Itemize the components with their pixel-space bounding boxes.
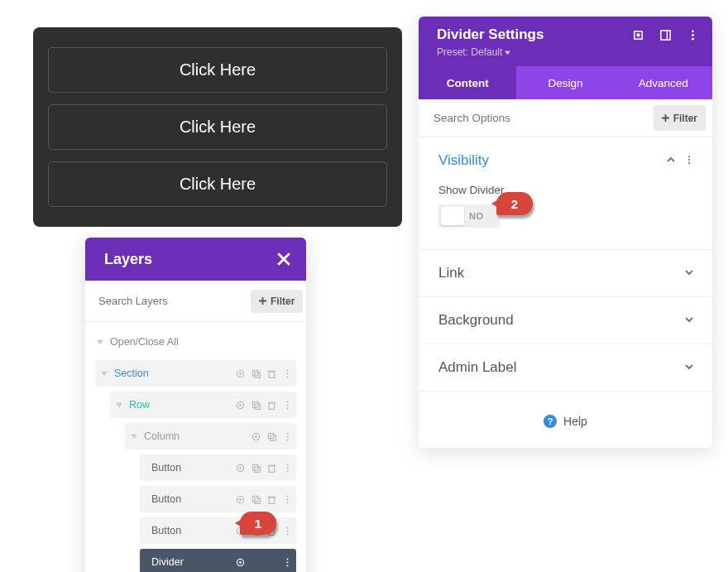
open-close-label: Open/Close All xyxy=(108,336,296,348)
more-icon[interactable] xyxy=(282,431,293,442)
filter-label: Filter xyxy=(271,296,295,307)
svg-rect-28 xyxy=(268,433,274,439)
filter-options-button[interactable]: Filter xyxy=(654,105,706,131)
svg-rect-53 xyxy=(252,527,258,533)
more-icon[interactable] xyxy=(282,494,293,505)
tab-content[interactable]: Content xyxy=(419,66,516,99)
show-divider-label: Show Divider xyxy=(438,184,692,196)
gear-icon[interactable] xyxy=(235,400,246,411)
svg-point-43 xyxy=(239,498,242,501)
search-options-input[interactable] xyxy=(419,105,654,131)
more-icon[interactable] xyxy=(282,526,293,536)
caret-down-icon xyxy=(99,368,109,378)
trash-icon[interactable] xyxy=(266,463,277,473)
layers-topbar: Filter xyxy=(85,281,306,322)
layer-module-button-1[interactable]: Button xyxy=(140,454,296,481)
open-close-all[interactable]: Open/Close All xyxy=(95,329,296,355)
more-icon[interactable] xyxy=(282,368,293,379)
duplicate-icon[interactable] xyxy=(251,400,261,411)
gear-icon[interactable] xyxy=(235,557,246,568)
trash-icon[interactable] xyxy=(266,494,277,505)
duplicate-icon[interactable] xyxy=(251,526,261,536)
preview-area: Click Here Click Here Click Here xyxy=(33,27,402,227)
gear-icon[interactable] xyxy=(235,494,246,505)
settings-title: Divider Settings xyxy=(437,26,544,43)
svg-point-71 xyxy=(692,37,694,40)
show-divider-toggle[interactable]: NO xyxy=(438,204,500,228)
help-row[interactable]: ? Help xyxy=(419,392,712,448)
layer-module-divider[interactable]: Divider xyxy=(140,549,296,572)
visibility-label: Visibility xyxy=(438,152,489,169)
plus-icon xyxy=(259,296,266,307)
svg-point-76 xyxy=(688,159,690,161)
section-admin-label[interactable]: Admin Label xyxy=(419,344,712,392)
svg-point-64 xyxy=(286,565,288,566)
more-icon[interactable] xyxy=(684,153,694,168)
settings-header: Divider Settings Preset: Default xyxy=(419,17,712,66)
svg-point-30 xyxy=(286,432,288,434)
svg-point-49 xyxy=(286,498,288,500)
layer-row[interactable]: Row xyxy=(110,392,296,418)
settings-body: Visibility Show Divider NO Link Backgrou… xyxy=(419,137,712,448)
search-layers-input[interactable] xyxy=(85,288,251,314)
svg-point-70 xyxy=(692,34,694,36)
duplicate-icon[interactable] xyxy=(251,463,261,473)
svg-point-32 xyxy=(286,439,288,440)
trash-icon[interactable] xyxy=(266,368,277,379)
caret-down-icon xyxy=(129,431,139,441)
more-icon[interactable] xyxy=(282,400,293,411)
layers-title: Layers xyxy=(104,251,152,268)
tab-design[interactable]: Design xyxy=(516,66,614,99)
svg-point-22 xyxy=(286,401,288,402)
svg-marker-4 xyxy=(97,340,103,345)
layers-header: Layers xyxy=(85,238,306,281)
svg-rect-10 xyxy=(269,372,275,377)
svg-point-7 xyxy=(239,373,242,375)
filter-layers-button[interactable]: Filter xyxy=(251,290,303,313)
more-icon[interactable] xyxy=(282,463,293,473)
section-visibility[interactable]: Visibility xyxy=(419,137,712,174)
more-icon[interactable] xyxy=(687,29,699,41)
background-label: Background xyxy=(438,312,514,329)
module-label: Button xyxy=(150,493,235,505)
gear-icon[interactable] xyxy=(251,431,261,442)
layer-module-button-2[interactable]: Button xyxy=(140,486,296,512)
svg-rect-20 xyxy=(269,403,275,409)
preview-button-3[interactable]: Click Here xyxy=(48,161,387,207)
duplicate-icon[interactable] xyxy=(251,494,261,505)
layer-section[interactable]: Section xyxy=(95,360,296,387)
section-link[interactable]: Link xyxy=(419,250,712,297)
svg-rect-19 xyxy=(255,403,261,409)
layer-column[interactable]: Column xyxy=(125,423,296,449)
trash-icon[interactable] xyxy=(266,526,277,536)
more-icon[interactable] xyxy=(282,557,293,568)
preset-selector[interactable]: Preset: Default xyxy=(437,46,699,58)
svg-rect-35 xyxy=(252,464,258,470)
snap-icon[interactable] xyxy=(659,29,672,41)
gear-icon[interactable] xyxy=(235,526,246,536)
svg-point-13 xyxy=(286,373,288,374)
section-background[interactable]: Background xyxy=(419,297,712,344)
svg-point-52 xyxy=(239,530,242,532)
close-icon[interactable] xyxy=(276,252,291,267)
trash-icon[interactable] xyxy=(266,400,277,411)
layer-module-button-3[interactable]: Button xyxy=(140,517,296,544)
expand-icon[interactable] xyxy=(632,29,644,41)
svg-rect-45 xyxy=(255,497,261,503)
toggle-state: NO xyxy=(469,211,484,221)
svg-point-40 xyxy=(286,467,288,469)
help-label: Help xyxy=(563,415,587,428)
preview-button-2[interactable]: Click Here xyxy=(48,104,387,150)
layers-tree: Open/Close All Section Row C xyxy=(85,322,306,572)
gear-icon[interactable] xyxy=(235,463,246,473)
duplicate-icon[interactable] xyxy=(266,431,277,442)
svg-rect-55 xyxy=(269,529,275,535)
preview-button-1[interactable]: Click Here xyxy=(48,47,387,93)
svg-point-27 xyxy=(255,435,257,438)
tab-advanced[interactable]: Advanced xyxy=(615,66,712,99)
svg-rect-9 xyxy=(255,372,261,377)
gear-icon[interactable] xyxy=(235,368,246,379)
duplicate-icon[interactable] xyxy=(251,368,261,379)
svg-point-31 xyxy=(286,435,288,437)
preset-label: Preset: Default xyxy=(437,46,502,58)
